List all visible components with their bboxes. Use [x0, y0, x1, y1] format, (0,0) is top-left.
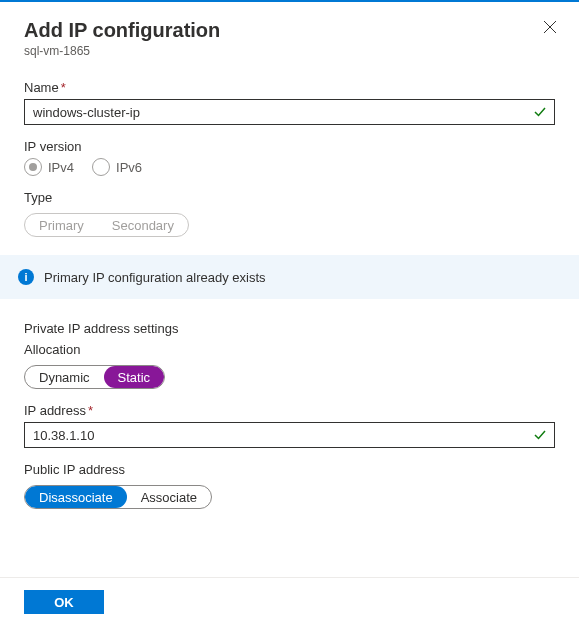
name-input[interactable] — [24, 99, 555, 125]
ipv4-radio-label: IPv4 — [48, 160, 74, 175]
type-label: Type — [24, 190, 555, 205]
publicip-associate[interactable]: Associate — [127, 486, 211, 508]
ok-button[interactable]: OK — [24, 590, 104, 614]
radio-icon — [24, 158, 42, 176]
radio-icon — [92, 158, 110, 176]
publicip-disassociate[interactable]: Disassociate — [25, 486, 127, 508]
publicip-toggle[interactable]: Disassociate Associate — [24, 485, 212, 509]
ipv6-radio-label: IPv6 — [116, 160, 142, 175]
info-banner: i Primary IP configuration already exist… — [0, 255, 579, 299]
type-secondary: Secondary — [98, 214, 188, 236]
ipaddress-label: IP address* — [24, 403, 555, 418]
ipv6-radio: IPv6 — [92, 158, 142, 176]
ipversion-label: IP version — [24, 139, 555, 154]
valid-check-icon — [533, 428, 547, 442]
valid-check-icon — [533, 105, 547, 119]
name-label: Name* — [24, 80, 555, 95]
info-icon: i — [18, 269, 34, 285]
type-primary: Primary — [25, 214, 98, 236]
allocation-static[interactable]: Static — [104, 366, 165, 388]
allocation-toggle[interactable]: Dynamic Static — [24, 365, 165, 389]
publicip-label: Public IP address — [24, 462, 555, 477]
panel-subtitle: sql-vm-1865 — [24, 44, 555, 58]
type-toggle: Primary Secondary — [24, 213, 189, 237]
ipaddress-input[interactable] — [24, 422, 555, 448]
ipv4-radio: IPv4 — [24, 158, 74, 176]
info-text: Primary IP configuration already exists — [44, 270, 266, 285]
close-button[interactable] — [541, 18, 559, 36]
close-icon — [543, 20, 557, 34]
panel-title: Add IP configuration — [24, 16, 555, 44]
private-ip-section: Private IP address settings — [24, 321, 555, 336]
allocation-dynamic[interactable]: Dynamic — [25, 366, 104, 388]
allocation-label: Allocation — [24, 342, 555, 357]
